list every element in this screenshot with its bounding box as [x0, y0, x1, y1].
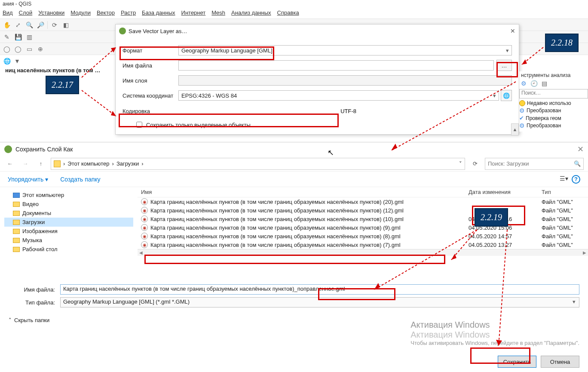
file-row[interactable]: ◉Карта границ населённых пунктов (в том …: [138, 232, 588, 240]
close-icon[interactable]: ✕: [510, 28, 515, 34]
address-bar[interactable]: › Этот компьютер › Загрузки › ˅: [51, 158, 465, 170]
processing-item-3[interactable]: ⚙Преобразован: [519, 122, 588, 129]
edit-icon[interactable]: ✎: [3, 33, 11, 41]
new-folder-button[interactable]: Создать папку: [60, 176, 100, 183]
sidebar-item[interactable]: Видео: [4, 200, 133, 209]
cursor-icon: ↖: [328, 148, 334, 157]
menubar: ВидСлойУстановкиМодулиВекторРастрБаза да…: [0, 9, 588, 19]
folder-icon: [54, 160, 61, 167]
help-icon[interactable]: ?: [572, 175, 580, 184]
folder-icon: [13, 247, 20, 252]
tool-icon[interactable]: ◧: [61, 21, 70, 29]
nav-forward-button[interactable]: →: [20, 158, 31, 169]
drawer-icon[interactable]: ▥: [25, 33, 34, 41]
sidebar-item[interactable]: Загрузки: [4, 218, 133, 227]
gml-file-icon: ◉: [141, 198, 148, 205]
close-icon[interactable]: ✕: [577, 144, 584, 154]
menu-Модули[interactable]: Модули: [70, 9, 91, 18]
view-mode-icon[interactable]: ☰▾: [560, 175, 568, 184]
target-icon[interactable]: ⊕: [36, 45, 45, 53]
organize-menu[interactable]: Упорядочить ▾: [8, 176, 48, 183]
filetype-select[interactable]: Geography Markup Language [GML] (*.gml *…: [60, 297, 579, 307]
col-type[interactable]: Тип: [542, 189, 585, 195]
processing-item-2[interactable]: ✔Проверка геом: [519, 114, 588, 122]
menu-Mesh[interactable]: Mesh: [211, 9, 225, 18]
save-selected-only-checkbox[interactable]: [136, 122, 142, 128]
clock-icon[interactable]: 🕘: [530, 79, 538, 88]
pc-icon: [13, 193, 20, 198]
zoom-in-icon[interactable]: 🔍: [25, 21, 34, 29]
processing-item-recent[interactable]: Недавно использо: [519, 100, 588, 107]
file-row[interactable]: ◉Карта границ населённых пунктов (в том …: [138, 223, 588, 232]
filename-label: Имя файла: [122, 62, 178, 69]
menu-Слой[interactable]: Слой: [19, 9, 33, 18]
crs-picker-button[interactable]: 🌐: [501, 90, 512, 101]
gear-icon[interactable]: ⚙: [519, 79, 528, 88]
pan-icon[interactable]: ✋: [3, 21, 11, 29]
nav-up-button[interactable]: ↑: [35, 158, 46, 169]
menu-Справка[interactable]: Справка: [277, 9, 299, 18]
nav-back-button[interactable]: ←: [4, 158, 15, 169]
folder-icon: [13, 220, 20, 225]
file-row[interactable]: ◉Карта границ населённых пунктов (в том …: [138, 215, 588, 223]
zoom-to-layer-icon[interactable]: ⤢: [14, 21, 22, 29]
breadcrumb-pc[interactable]: Этот компьютер: [67, 160, 109, 167]
measure-icon[interactable]: ▭: [25, 45, 34, 53]
vertex-icon[interactable]: ◯: [3, 45, 11, 53]
sidebar-item[interactable]: Музыка: [4, 236, 133, 245]
file-list-header[interactable]: Имя Дата изменения Тип: [138, 187, 588, 197]
vertex2-icon[interactable]: ◯: [14, 45, 22, 53]
menu-Установки[interactable]: Установки: [38, 9, 64, 18]
file-row[interactable]: ◉Карта границ населённых пунктов (в том …: [138, 240, 588, 249]
zoom-out-icon[interactable]: 🔎: [36, 21, 45, 29]
menu-Интернет[interactable]: Интернет: [181, 9, 206, 18]
cancel-button[interactable]: Отмена: [541, 356, 579, 368]
filename-field[interactable]: Карта границ населённых пунктов (в том ч…: [60, 284, 579, 295]
processing-search-input[interactable]: Поиск…: [519, 89, 588, 98]
breadcrumb-downloads[interactable]: Загрузки: [116, 160, 139, 167]
save-button[interactable]: Сохранить: [498, 356, 536, 368]
sidebar-item[interactable]: Этот компьютер: [4, 191, 133, 200]
col-date[interactable]: Дата изменения: [469, 189, 542, 195]
file-search-input[interactable]: Поиск: Загрузки 🔍: [485, 158, 584, 170]
sidebar-item[interactable]: Документы: [4, 209, 133, 218]
save-icon[interactable]: 💾: [14, 33, 22, 41]
gml-file-icon: ◉: [141, 224, 148, 231]
svg-line-2: [82, 90, 116, 116]
globe-icon[interactable]: 🌐: [3, 57, 11, 65]
refresh-icon[interactable]: ⟳: [50, 21, 59, 29]
menu-Вид[interactable]: Вид: [3, 9, 13, 18]
filetype-field-label: Тип файла:: [9, 299, 60, 306]
gml-file-icon: ◉: [141, 207, 148, 214]
filename-input[interactable]: [178, 60, 494, 71]
sidebar-item[interactable]: Рабочий стол: [4, 245, 133, 254]
menu-База данных[interactable]: База данных: [142, 9, 175, 18]
file-dialog-title: Сохранить Слой Как: [15, 146, 73, 153]
h-scrollbar[interactable]: ◀▶: [138, 249, 588, 256]
dialog-title: Save Vector Layer as…: [129, 28, 187, 34]
layername-input[interactable]: [178, 75, 512, 86]
folder-icon: [13, 211, 20, 216]
format-select[interactable]: Geography Markup Language [GML]: [178, 45, 512, 55]
sidebar-item[interactable]: Изображения: [4, 227, 133, 236]
layer-name-truncated: ниц населённых пунктов (в том …: [3, 65, 114, 75]
refresh-button[interactable]: ⟳: [469, 158, 481, 169]
filename-field-label: Имя файла:: [9, 286, 60, 293]
file-row[interactable]: ◉Карта границ населённых пунктов (в том …: [138, 206, 588, 215]
dialog-scrollbar[interactable]: ▲: [511, 123, 519, 135]
doc-icon[interactable]: ▤: [540, 79, 548, 88]
processing-item-1[interactable]: ⚙Преобразован: [519, 107, 588, 114]
file-row[interactable]: ◉Карта границ населённых пунктов (в том …: [138, 197, 588, 206]
menu-Вектор[interactable]: Вектор: [97, 9, 115, 18]
filter-icon[interactable]: ▼: [13, 57, 21, 65]
callout-2-2-18: 2.2.18: [545, 34, 579, 52]
processing-panel-title: нструменты анализа: [519, 71, 588, 79]
browse-button[interactable]: …: [496, 60, 512, 71]
encoding-value[interactable]: UTF-8: [307, 107, 359, 115]
menu-Анализ данных[interactable]: Анализ данных: [231, 9, 271, 18]
crs-select[interactable]: EPSG:4326 - WGS 84: [178, 90, 499, 101]
windows-activation-watermark: Активация Windows Активация Windows Чтоб…: [410, 320, 579, 346]
col-name[interactable]: Имя: [141, 189, 469, 195]
menu-Растр[interactable]: Растр: [121, 9, 136, 18]
gml-file-icon: ◉: [141, 215, 148, 222]
